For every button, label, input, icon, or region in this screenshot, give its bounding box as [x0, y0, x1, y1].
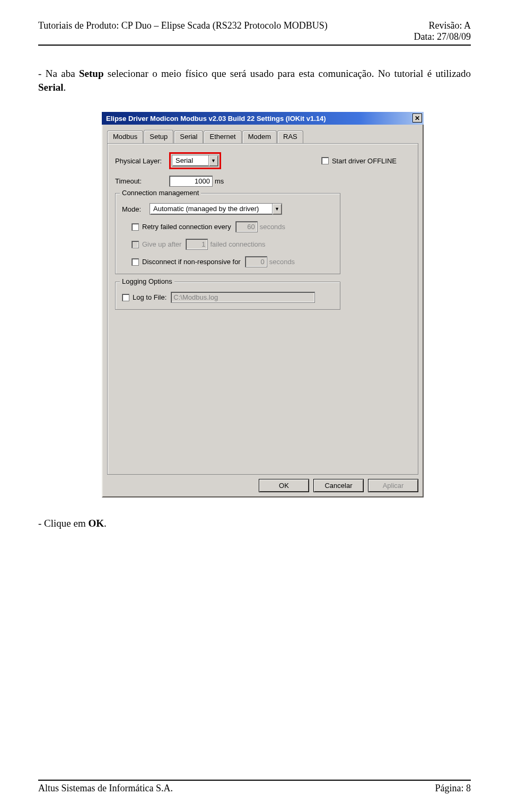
close-button[interactable]: ✕ [413, 113, 422, 123]
physical-layer-label: Physical Layer: [115, 157, 169, 165]
giveup-input: 1 [186, 239, 208, 250]
logfile-checkbox[interactable]: Log to File: [122, 293, 166, 301]
text: - Na aba [38, 68, 79, 79]
logging-options-legend: Logging Options [120, 277, 174, 285]
retry-label: Retry failed connection every [142, 223, 231, 231]
text: selecionar o meio físico que será usado … [103, 68, 471, 79]
tab-setup[interactable]: Setup [144, 130, 173, 143]
disconnect-label: Disconnect if non-responsive for [142, 258, 241, 266]
disconnect-checkbox[interactable]: Disconnect if non-responsive for [131, 258, 241, 266]
timeout-label: Timeout: [115, 177, 169, 185]
connection-management-group: Connection management Mode: Automatic (m… [115, 193, 340, 274]
disconnect-input: 0 [245, 256, 267, 267]
logging-options-group: Logging Options Log to File: C:\Modbus.l… [115, 282, 340, 310]
body-paragraph-1: - Na aba Setup selecionar o meio físico … [38, 67, 471, 94]
logfile-label: Log to File: [133, 293, 166, 301]
timeout-unit: ms [215, 177, 224, 185]
settings-dialog: Elipse Driver Modicon Modbus v2.03 Build… [102, 112, 424, 497]
text: . [64, 82, 66, 93]
logfile-input: C:\Modbus.log [171, 292, 315, 303]
doc-header-date: Data: 27/08/09 [414, 31, 471, 42]
physical-layer-combo[interactable]: Serial ▼ [172, 155, 218, 167]
text: . [104, 518, 107, 529]
checkbox-box [131, 241, 139, 248]
physical-layer-value: Serial [172, 155, 208, 166]
connection-management-legend: Connection management [120, 189, 201, 197]
doc-header-revision: Revisão: A [414, 20, 471, 31]
footer-page: Página: 8 [435, 783, 471, 794]
mode-value: Automatic (managed by the driver) [150, 204, 272, 214]
text: - Clique em [38, 518, 88, 529]
tab-serial[interactable]: Serial [174, 130, 203, 144]
header-divider [38, 45, 471, 46]
dropdown-icon[interactable]: ▼ [272, 204, 282, 214]
bold-ok: OK [88, 518, 104, 529]
start-offline-checkbox[interactable]: Start driver OFFLINE [321, 157, 397, 165]
retry-unit: seconds [260, 223, 285, 231]
checkbox-box [131, 258, 139, 266]
tabstrip: Modbus Setup Serial Ethernet Modem RAS [107, 130, 418, 143]
retry-input: 60 [235, 221, 258, 232]
doc-header-left: Tutoriais de Produto: CP Duo – Elipse Sc… [38, 20, 328, 42]
dialog-titlebar[interactable]: Elipse Driver Modicon Modbus v2.03 Build… [102, 112, 424, 125]
disconnect-unit: seconds [269, 258, 295, 266]
checkbox-box [131, 223, 139, 231]
bold-setup: Setup [79, 68, 103, 79]
giveup-checkbox: Give up after [131, 240, 181, 248]
giveup-label: Give up after [142, 240, 181, 248]
close-icon: ✕ [415, 115, 420, 121]
tab-ras[interactable]: RAS [277, 130, 303, 144]
start-offline-label: Start driver OFFLINE [332, 157, 397, 165]
apply-button: Aplicar [368, 479, 418, 492]
tab-ethernet[interactable]: Ethernet [204, 130, 241, 144]
footer-company: Altus Sistemas de Informática S.A. [38, 783, 173, 794]
body-paragraph-2: - Clique em OK. [38, 517, 471, 530]
timeout-input[interactable]: 1000 [169, 176, 213, 187]
tab-modem[interactable]: Modem [242, 130, 277, 144]
ok-button[interactable]: OK [259, 479, 309, 492]
mode-label: Mode: [122, 205, 150, 213]
tab-page-setup: Physical Layer: Serial ▼ Start driver OF… [107, 143, 418, 475]
highlight-physical-layer: Serial ▼ [169, 152, 221, 169]
checkbox-box [321, 157, 329, 164]
cancel-button[interactable]: Cancelar [313, 479, 364, 492]
bold-serial: Serial [38, 82, 64, 93]
mode-combo[interactable]: Automatic (managed by the driver) ▼ [150, 203, 282, 215]
giveup-unit: failed connections [210, 240, 265, 248]
tab-modbus[interactable]: Modbus [107, 130, 143, 144]
retry-checkbox[interactable]: Retry failed connection every [131, 223, 231, 231]
dropdown-icon[interactable]: ▼ [208, 155, 218, 166]
dialog-title: Elipse Driver Modicon Modbus v2.03 Build… [106, 115, 326, 123]
footer-divider [38, 780, 471, 781]
checkbox-box [122, 294, 129, 301]
